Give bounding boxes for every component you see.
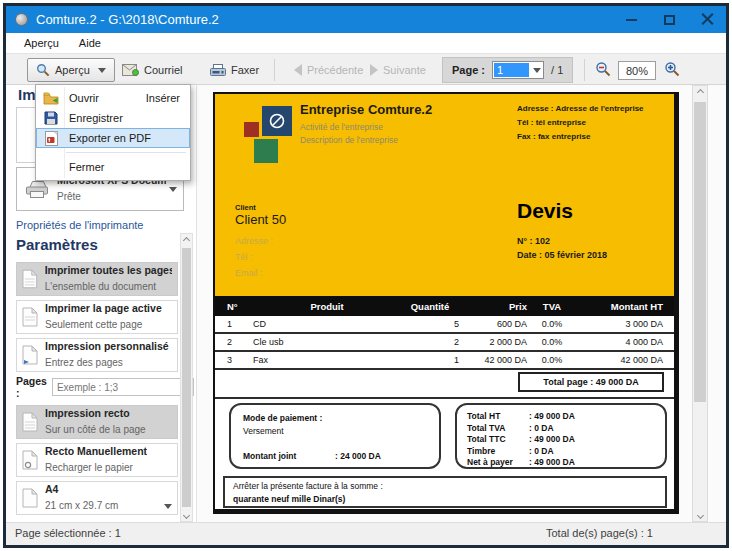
menu-aide[interactable]: Aide [69,37,111,49]
payment-mode-label: Mode de paiement : [243,413,322,423]
company-name: Entreprise Comture.2 [300,102,432,117]
option-title: Impression personnalisé [45,340,169,352]
envelope-icon [122,64,139,76]
suivante-label: Suivante [383,64,426,76]
payment-mode-value: Versement [243,426,284,436]
magnifier-icon [36,63,50,77]
totals-box: Total HT: 49 000 DA Total TVA: 0 DA Tota… [455,403,667,469]
toolbar-separator [274,59,275,81]
close-button[interactable] [688,6,726,33]
minimize-button[interactable] [612,6,650,33]
scroll-up-icon[interactable] [181,238,192,243]
option-manual-duplex[interactable]: Recto ManuellementRecharger le papier [16,443,178,477]
page-number-value: 1 [494,63,529,77]
payment-box: Mode de paiement : Versement Montant joi… [229,403,441,469]
invoice-table-header: N° Produit Quantité Prix TVA Montant HT [215,296,674,316]
faxer-button[interactable]: Faxer [202,58,267,82]
option-subtitle: Sur un côté de la page [45,424,146,435]
amount-in-words-box: Arrêter la présente facture à la somme :… [223,476,667,508]
option-title: Imprimer toutes les pages [45,264,172,276]
apercu-button-label: Aperçu [55,64,90,76]
option-subtitle: Seulement cette page [45,319,142,330]
option-paper-size[interactable]: A421 cm x 29.7 cm [16,481,178,515]
status-bar: Page sélectionnée : 1 Total de(s) page(s… [6,522,726,545]
divider-line [215,397,674,399]
apercu-button[interactable]: Aperçu [27,58,115,82]
table-row: 3Fax142 000 DA0.0%42 000 DA [215,352,674,370]
totals-row: Total TVA: 0 DA [467,423,655,435]
window-controls [612,6,726,33]
company-logo-icon [267,111,287,131]
invoice-table-body: 1CD5600 DA0.0%3 000 DA 2Cle usb22 000 DA… [215,316,674,370]
option-title: Impression recto [45,407,146,419]
scroll-down-icon[interactable] [181,513,192,518]
preview-scrollbar[interactable] [692,85,708,522]
col-header: Prix [459,301,527,312]
window-frame: Comture.2 - G:\2018\Comture.2 Aperçu Aid… [3,3,729,548]
suivante-button[interactable]: Suivante [362,58,434,82]
open-folder-icon [41,91,61,105]
option-simplex[interactable]: Impression rectoSur un côté de la page [16,405,178,439]
menu-apercu[interactable]: Aperçu [14,37,69,49]
menu-item-ouvrir[interactable]: Ouvrir Insérer [36,88,190,108]
toolbar-separator [584,59,585,81]
status-total-pages: Total de(s) page(s) : 1 [546,527,653,539]
zoom-out-button[interactable] [595,61,611,79]
chevron-down-icon [98,68,106,73]
print-preview-panel: Entreprise Comture.2 Activité de l'entre… [196,85,726,522]
totals-row: Timbre: 0 DA [467,446,655,458]
fax-icon [210,64,226,77]
amount-words-line2: quarante neuf mille Dinar(s) [233,494,657,504]
option-print-active-page[interactable]: Imprimer la page activeSeulement cette p… [16,300,178,334]
chevron-down-icon [164,504,172,509]
totals-row: Total TTC: 49 000 DA [467,434,655,446]
col-header: Montant HT [577,301,663,312]
client-name: Client 50 [235,212,286,227]
settings-heading: Paramètres [16,236,98,253]
option-subtitle: Entrez des pages [45,357,123,368]
save-icon [41,111,61,125]
col-header: Produit [253,301,401,312]
option-print-all-pages[interactable]: Imprimer toutes les pagesL'ensemble du d… [16,262,178,296]
arrow-left-icon [294,64,302,76]
apercu-dropdown-menu: Ouvrir Insérer Enregistrer Exporter en P… [35,84,191,181]
page-number-combobox[interactable]: 1 [492,61,544,79]
toolbar: Aperçu Courriel Faxer Précédente Suivant… [6,53,726,85]
option-custom-print[interactable]: Impression personnaliséEntrez des pages [16,338,178,372]
courriel-button[interactable]: Courriel [114,58,191,82]
menu-item-shortcut: Insérer [146,92,190,104]
col-header: N° [227,301,253,312]
client-tel-label: Tél : [235,252,253,262]
scroll-up-icon[interactable] [693,90,707,95]
arrow-right-icon [370,64,378,76]
amount-words-line1: Arrêter la présente facture à la somme : [233,481,657,491]
option-title: A4 [45,483,118,495]
menu-item-enregistrer[interactable]: Enregistrer [36,108,190,128]
maximize-icon [664,15,675,25]
devis-date: Date : 05 février 2018 [517,250,607,260]
zoom-out-icon [595,61,611,77]
pages-input[interactable] [52,378,194,396]
logo-blue-square [262,106,292,136]
scroll-down-icon[interactable] [693,513,707,518]
precedente-button[interactable]: Précédente [286,58,371,82]
company-activity: Activité de l'entreprise [300,122,383,132]
printer-icon [24,180,50,199]
window-title: Comture.2 - G:\2018\Comture.2 [36,12,219,27]
menu-item-label: Ouvrir [69,92,99,104]
maximize-button[interactable] [650,6,688,33]
scrollbar-thumb[interactable] [182,248,191,507]
printer-properties-link[interactable]: Propriétés de l'imprimante [16,219,143,231]
menu-item-fermer[interactable]: Fermer [36,157,190,177]
option-subtitle: Recharger le papier [45,462,133,473]
sidebar-scrollbar[interactable] [180,233,193,522]
page-arrow-icon [22,345,38,365]
menu-item-exporter-pdf[interactable]: Exporter en PDF [36,128,190,148]
col-header: TVA [527,301,577,312]
menu-bar: Aperçu Aide [6,33,726,53]
option-subtitle: 21 cm x 29.7 cm [45,500,118,511]
client-label: Client [235,203,256,212]
scrollbar-thumb[interactable] [694,102,706,402]
zoom-in-button[interactable] [664,61,680,79]
printer-status: Prête [57,191,81,202]
